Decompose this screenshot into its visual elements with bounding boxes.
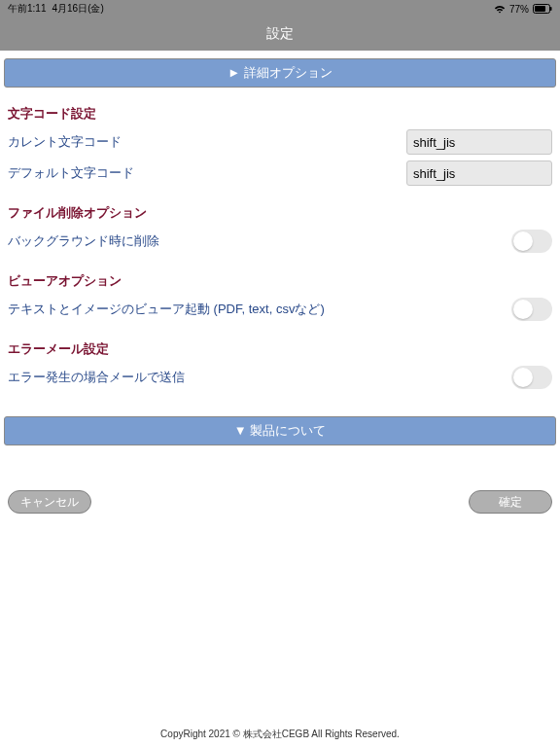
viewer-launch-toggle[interactable]: [511, 298, 552, 321]
viewer-heading: ビューアオプション: [8, 272, 552, 290]
title-bar: 設定: [0, 18, 560, 51]
charcode-heading: 文字コード設定: [8, 105, 552, 123]
errormail-send-row: エラー発生の場合メールで送信: [8, 364, 552, 391]
filedelete-heading: ファイル削除オプション: [8, 204, 552, 222]
copyright-text: CopyRight 2021 © 株式会社CEGB All Rights Res…: [0, 728, 560, 741]
current-charcode-label: カレント文字コード: [8, 133, 122, 151]
current-charcode-select[interactable]: shift_jis: [406, 129, 552, 155]
page-title: 設定: [266, 25, 294, 43]
current-charcode-row: カレント文字コード shift_jis: [8, 128, 552, 156]
advanced-options-button[interactable]: ► 詳細オプション: [4, 58, 556, 88]
wifi-icon: [494, 5, 506, 14]
viewer-launch-label: テキストとイメージのビューア起動 (PDF, text, csvなど): [8, 301, 325, 318]
svg-rect-2: [550, 7, 552, 11]
confirm-button-label: 確定: [499, 494, 522, 511]
cancel-button-label: キャンセル: [20, 494, 79, 511]
confirm-button[interactable]: 確定: [469, 490, 552, 514]
status-bar: 午前1:11 4月16日(金) 77%: [0, 0, 560, 18]
status-time: 午前1:11: [8, 2, 46, 16]
about-product-label: ▼ 製品について: [234, 422, 326, 440]
cancel-button[interactable]: キャンセル: [8, 490, 91, 514]
current-charcode-value: shift_jis: [413, 135, 455, 150]
bg-delete-row: バックグラウンド時に削除: [8, 228, 552, 255]
default-charcode-select[interactable]: shift_jis: [406, 160, 552, 186]
bg-delete-toggle[interactable]: [511, 230, 552, 253]
viewer-launch-row: テキストとイメージのビューア起動 (PDF, text, csvなど): [8, 296, 552, 323]
status-date: 4月16日(金): [52, 2, 103, 16]
errormail-send-label: エラー発生の場合メールで送信: [8, 369, 185, 386]
default-charcode-row: デフォルト文字コード shift_jis: [8, 160, 552, 187]
advanced-options-label: ► 詳細オプション: [228, 64, 332, 82]
about-product-button[interactable]: ▼ 製品について: [4, 416, 556, 445]
default-charcode-label: デフォルト文字コード: [8, 164, 134, 182]
battery-icon: [533, 4, 552, 14]
errormail-send-toggle[interactable]: [511, 366, 552, 389]
bg-delete-label: バックグラウンド時に削除: [8, 232, 159, 250]
errormail-heading: エラーメール設定: [8, 340, 552, 358]
status-battery-pct: 77%: [509, 4, 529, 15]
default-charcode-value: shift_jis: [413, 166, 455, 181]
svg-rect-1: [535, 6, 545, 12]
